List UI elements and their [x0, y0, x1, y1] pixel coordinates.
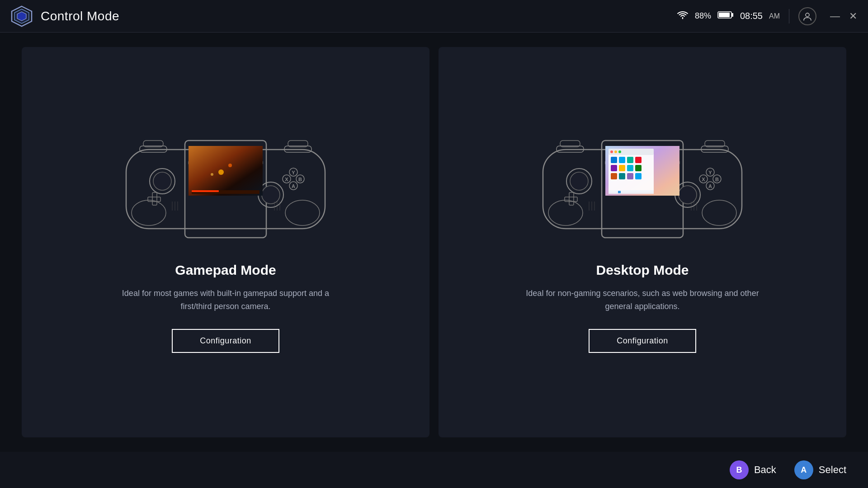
svg-point-9 — [132, 200, 166, 225]
battery-percentage: 88% — [695, 11, 711, 21]
gamepad-device-illustration: Y B X A — [122, 131, 330, 249]
wifi-icon — [677, 10, 689, 22]
time-display: 08:55 — [740, 11, 763, 21]
svg-text:A: A — [708, 183, 712, 189]
svg-point-14 — [262, 186, 280, 204]
svg-rect-53 — [569, 192, 574, 205]
svg-point-47 — [702, 200, 736, 225]
svg-rect-77 — [627, 157, 633, 163]
svg-rect-81 — [627, 165, 633, 171]
status-area: 88% 08:55 AM — [677, 10, 780, 22]
svg-point-34 — [228, 164, 232, 167]
svg-rect-37 — [192, 190, 219, 192]
desktop-config-button[interactable]: Configuration — [589, 329, 696, 353]
svg-rect-5 — [719, 13, 730, 17]
desktop-mode-title: Desktop Mode — [596, 263, 689, 278]
svg-point-6 — [806, 13, 809, 17]
svg-rect-86 — [635, 173, 642, 179]
svg-point-49 — [570, 172, 588, 190]
select-label: Select — [819, 464, 846, 476]
page-title: Control Mode — [41, 9, 119, 23]
svg-point-12 — [153, 172, 171, 190]
title-bar: Control Mode 88% 08:55 AM — [0, 0, 868, 33]
svg-rect-84 — [619, 173, 625, 179]
back-action[interactable]: B Back — [730, 460, 776, 479]
svg-point-51 — [679, 186, 697, 204]
svg-point-74 — [618, 150, 621, 153]
svg-text:B: B — [298, 177, 302, 182]
desktop-device-illustration: Y B X A — [538, 131, 746, 249]
gamepad-mode-title: Gamepad Mode — [175, 263, 276, 278]
app-logo — [11, 5, 33, 27]
minimize-button[interactable]: — — [830, 11, 840, 21]
svg-rect-82 — [635, 165, 642, 171]
svg-text:Y: Y — [292, 170, 295, 175]
svg-rect-32 — [189, 146, 263, 196]
svg-rect-75 — [611, 157, 617, 163]
svg-rect-79 — [611, 165, 617, 171]
title-left: Control Mode — [11, 5, 119, 27]
title-right: 88% 08:55 AM — ✕ — [677, 7, 857, 25]
svg-rect-80 — [619, 165, 625, 171]
bottom-action-bar: B Back A Select — [0, 452, 868, 488]
svg-rect-78 — [635, 157, 642, 163]
svg-text:B: B — [715, 177, 719, 182]
svg-rect-16 — [152, 192, 157, 205]
svg-text:X: X — [285, 177, 288, 182]
battery-icon — [717, 11, 734, 21]
svg-point-35 — [211, 173, 213, 176]
user-avatar[interactable] — [798, 7, 816, 25]
svg-point-33 — [218, 169, 224, 175]
svg-point-46 — [548, 200, 583, 225]
svg-rect-83 — [611, 173, 617, 179]
time-suffix: AM — [769, 12, 780, 20]
desktop-mode-description: Ideal for non-gaming scenarios, such as … — [525, 287, 760, 313]
select-action[interactable]: A Select — [794, 460, 846, 479]
svg-rect-85 — [627, 173, 633, 179]
back-badge: B — [730, 460, 749, 479]
svg-rect-87 — [609, 190, 654, 194]
svg-point-73 — [614, 150, 617, 153]
svg-point-72 — [610, 150, 613, 153]
window-controls: — ✕ — [830, 11, 857, 21]
main-content: Y B X A — [0, 33, 868, 452]
status-divider — [789, 9, 789, 23]
svg-text:Y: Y — [708, 170, 712, 175]
svg-rect-4 — [731, 13, 733, 17]
close-button[interactable]: ✕ — [849, 11, 857, 21]
gamepad-mode-description: Ideal for most games with built-in gamep… — [108, 287, 343, 313]
svg-point-10 — [285, 200, 320, 225]
back-label: Back — [754, 464, 776, 476]
gamepad-mode-card: Y B X A — [22, 47, 429, 437]
svg-rect-88 — [618, 191, 621, 193]
desktop-mode-card: Y B X A — [439, 47, 846, 437]
gamepad-config-button[interactable]: Configuration — [172, 329, 279, 353]
svg-text:A: A — [292, 183, 295, 189]
svg-marker-2 — [17, 12, 26, 21]
select-badge: A — [794, 460, 813, 479]
svg-rect-76 — [619, 157, 625, 163]
svg-text:X: X — [702, 177, 705, 182]
